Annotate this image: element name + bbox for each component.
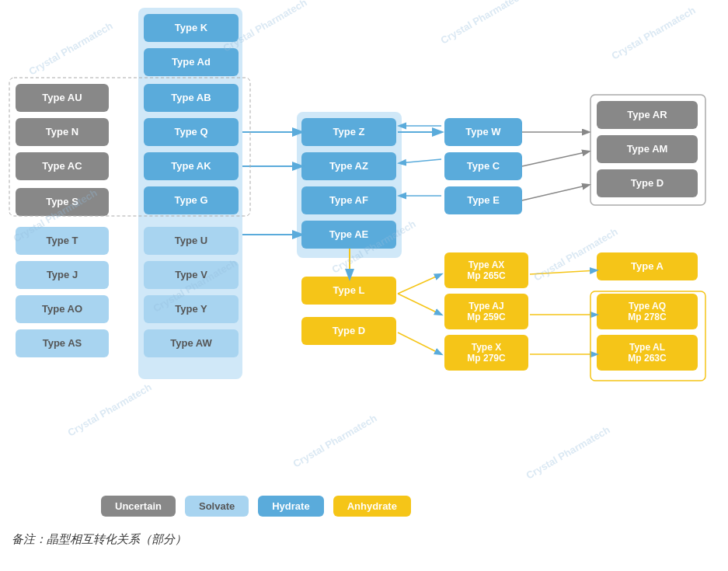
- watermark: Crystal Pharmatech: [65, 381, 153, 438]
- footnote: 备注：晶型相互转化关系（部分）: [12, 532, 186, 547]
- box-typeAd: Type Ad: [144, 48, 239, 76]
- box-typeAC: Type AC: [16, 152, 109, 180]
- box-typeAB: Type AB: [144, 84, 239, 112]
- box-typeAO-bot: Type AO: [16, 295, 109, 323]
- svg-line-4: [399, 159, 441, 163]
- box-typeAW: Type AW: [144, 329, 239, 357]
- box-typeA: Type A: [597, 252, 698, 280]
- watermark: Crystal Pharmatech: [26, 19, 114, 77]
- legend-hydrate: Hydrate: [258, 496, 323, 517]
- box-typeAF: Type AF: [301, 186, 396, 214]
- box-typeC: Type C: [444, 152, 522, 180]
- box-typeG: Type G: [144, 186, 239, 214]
- watermark: Crystal Pharmatech: [438, 0, 526, 47]
- box-typeAU: Type AU: [16, 84, 109, 112]
- box-typeAM: Type AM: [597, 135, 698, 163]
- box-typeAZ: Type AZ: [301, 152, 396, 180]
- box-typeU: Type U: [144, 227, 239, 255]
- svg-line-11: [530, 270, 597, 274]
- legend-solvate: Solvate: [185, 496, 249, 517]
- legend: Uncertain Solvate Hydrate Anhydrate: [101, 496, 411, 517]
- watermark: Crystal Pharmatech: [524, 423, 611, 481]
- box-typeY: Type Y: [144, 295, 239, 323]
- svg-line-8: [398, 274, 441, 294]
- svg-line-16: [522, 151, 589, 166]
- box-typeAS: Type AS: [16, 329, 109, 357]
- box-typeT: Type T: [16, 227, 109, 255]
- legend-anhydrate: Anhydrate: [333, 496, 411, 517]
- box-typeS: Type S: [16, 188, 109, 216]
- box-typeZ: Type Z: [301, 118, 396, 146]
- box-typeAJ: Type AJMp 259C: [444, 294, 528, 329]
- box-typeAX: Type AXMp 265C: [444, 252, 528, 288]
- box-typeAE: Type AE: [301, 221, 396, 249]
- box-typeW: Type W: [444, 118, 522, 146]
- box-typeL: Type L: [301, 277, 396, 305]
- svg-line-9: [398, 294, 441, 315]
- box-typeAL: Type ALMp 263C: [597, 335, 698, 371]
- watermark: Crystal Pharmatech: [291, 412, 378, 469]
- svg-line-17: [522, 185, 589, 200]
- box-typeQ: Type Q: [144, 118, 239, 146]
- box-typeD-mid: Type D: [301, 317, 396, 345]
- box-typeJ: Type J: [16, 261, 109, 289]
- legend-uncertain: Uncertain: [101, 496, 176, 517]
- box-typeV: Type V: [144, 261, 239, 289]
- box-typeAK: Type AK: [144, 152, 239, 180]
- box-typeN: Type N: [16, 118, 109, 146]
- box-typeX: Type XMp 279C: [444, 335, 528, 371]
- box-typeK: Type K: [144, 14, 239, 42]
- box-typeD-right: Type D: [597, 169, 698, 197]
- box-typeE: Type E: [444, 186, 522, 214]
- svg-line-10: [398, 333, 441, 354]
- box-typeAQ: Type AQMp 278C: [597, 294, 698, 329]
- watermark: Crystal Pharmatech: [609, 4, 697, 61]
- main-container: Crystal Pharmatech Crystal Pharmatech Cr…: [0, 0, 728, 571]
- box-typeAR: Type AR: [597, 101, 698, 129]
